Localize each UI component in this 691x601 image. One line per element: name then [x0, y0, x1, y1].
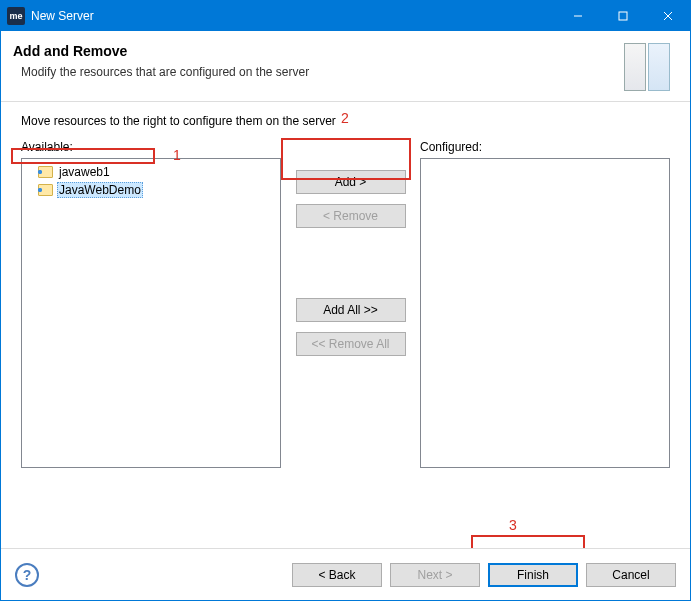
add-all-button[interactable]: Add All >> — [296, 298, 406, 322]
next-button: Next > — [390, 563, 480, 587]
available-label: Available: — [21, 140, 281, 154]
annotation-3: 3 — [509, 517, 517, 533]
remove-button: < Remove — [296, 204, 406, 228]
finish-button[interactable]: Finish — [488, 563, 578, 587]
page-subtitle: Modify the resources that are configured… — [21, 65, 624, 79]
available-listbox[interactable]: javaweb1 JavaWebDemo — [21, 158, 281, 468]
maximize-button[interactable] — [600, 1, 645, 31]
app-icon: me — [7, 7, 25, 25]
list-item-label: javaweb1 — [57, 165, 112, 179]
add-button[interactable]: Add > — [296, 170, 406, 194]
titlebar: me New Server — [1, 1, 690, 31]
content-area: Move resources to the right to configure… — [1, 102, 690, 468]
svg-rect-1 — [619, 12, 627, 20]
close-button[interactable] — [645, 1, 690, 31]
minimize-button[interactable] — [555, 1, 600, 31]
transfer-buttons: Add > < Remove Add All >> << Remove All — [281, 140, 420, 468]
page-title: Add and Remove — [13, 43, 624, 59]
wizard-footer: ? < Back Next > Finish Cancel — [1, 548, 690, 600]
help-icon[interactable]: ? — [15, 563, 39, 587]
wizard-header: Add and Remove Modify the resources that… — [1, 31, 690, 102]
configured-label: Configured: — [420, 140, 670, 154]
window-title: New Server — [31, 9, 555, 23]
window-buttons — [555, 1, 690, 31]
project-icon — [38, 166, 53, 178]
list-item-label: JavaWebDemo — [57, 182, 143, 198]
instruction-text: Move resources to the right to configure… — [21, 114, 670, 128]
back-button[interactable]: < Back — [292, 563, 382, 587]
remove-all-button: << Remove All — [296, 332, 406, 356]
list-item[interactable]: javaweb1 — [24, 163, 278, 181]
project-icon — [38, 184, 53, 196]
cancel-button[interactable]: Cancel — [586, 563, 676, 587]
list-item[interactable]: JavaWebDemo — [24, 181, 278, 199]
configured-listbox[interactable] — [420, 158, 670, 468]
server-banner-icon — [624, 43, 674, 91]
